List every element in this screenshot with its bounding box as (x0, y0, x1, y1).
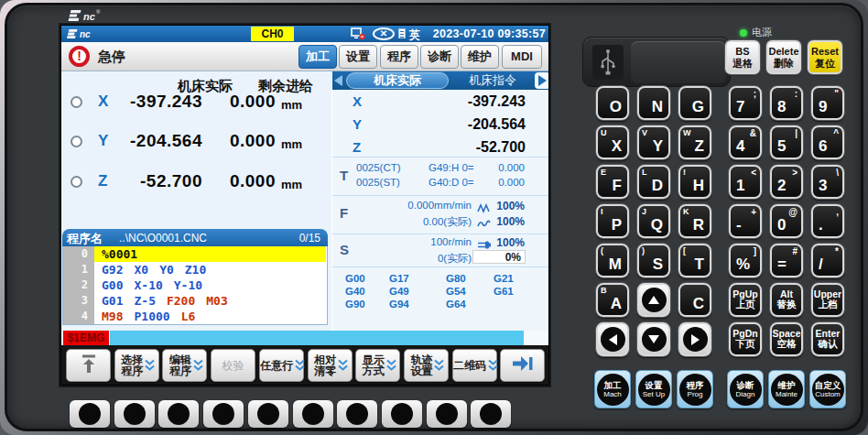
key-.[interactable]: ,. (811, 204, 844, 238)
softkey-relative-zero[interactable]: 相对清零 (308, 349, 353, 382)
key-R[interactable]: KR (678, 204, 711, 238)
key-S[interactable]: )S (637, 244, 670, 277)
program-line[interactable]: 4M98P1000L6 (63, 309, 327, 324)
close-icon[interactable]: ✕ (373, 27, 395, 40)
key-=[interactable]: #= (770, 244, 803, 277)
hard-softkey-button[interactable] (114, 400, 155, 428)
program-line[interactable]: 3G01Z-5F200M03 (63, 293, 327, 309)
key-alt[interactable]: Alt替换 (770, 283, 803, 317)
key-Z[interactable]: WZ (678, 125, 711, 159)
key-bs[interactable]: BS退格 (725, 40, 760, 74)
language-indicator[interactable]: 英 (409, 27, 420, 43)
program-lines[interactable]: 0%00011G92X0Y0Z102G00X-10Y-103G01Z-5F200… (62, 246, 328, 325)
key-D[interactable]: LD (637, 165, 670, 199)
key-label-zh: 复位 (809, 57, 841, 71)
key-5[interactable]: |5 (770, 125, 803, 159)
tab-MDI[interactable]: MDI (502, 45, 542, 69)
softkey-edit-program[interactable]: 编辑程序 (162, 349, 207, 382)
key-upper[interactable]: Upper上档 (811, 283, 844, 317)
softkey-return[interactable] (66, 349, 111, 382)
hard-softkey-button[interactable] (471, 400, 511, 428)
key-P[interactable]: IP (596, 204, 629, 238)
key-4[interactable]: &4 (729, 125, 762, 159)
key-delete[interactable]: Delete删除 (766, 40, 801, 74)
key-arrow-right[interactable] (678, 322, 711, 356)
softkey-verify[interactable]: 校验 (211, 349, 255, 382)
hard-softkey-button[interactable] (427, 400, 467, 428)
funckey-mach[interactable]: 加工Mach (594, 370, 631, 408)
key-0[interactable]: @0 (770, 204, 803, 238)
side-axis-letter: Y (353, 116, 362, 132)
funckey-mainte[interactable]: 维护Mainte (768, 370, 805, 408)
side-tab-command[interactable]: 机床指令 (451, 73, 534, 88)
tab-设置[interactable]: 设置 (339, 45, 377, 69)
usb-port[interactable] (582, 37, 731, 87)
hard-softkey-button[interactable] (293, 400, 333, 428)
key-3[interactable]: \3 (811, 165, 844, 199)
softkey-next-page[interactable] (500, 349, 545, 382)
softkey-label-line: 任意行 (260, 360, 293, 371)
hard-softkey-button[interactable] (70, 400, 110, 428)
key-M[interactable]: (M (596, 244, 629, 277)
side-tab-actual[interactable]: 机床实际 (346, 72, 449, 89)
softkey-display-mode[interactable]: 显示方式 (355, 349, 400, 382)
input-method-icon[interactable] (398, 28, 406, 38)
key-F[interactable]: EF (596, 165, 629, 199)
softkey-qrcode[interactable]: 二维码 (452, 349, 497, 382)
hard-softkey-button[interactable] (337, 400, 377, 428)
hard-softkey-button[interactable] (382, 400, 422, 428)
funckey-prog[interactable]: 程序Prog (677, 370, 713, 408)
key-Q[interactable]: JQ (637, 204, 670, 238)
key-9[interactable]: "9 (811, 86, 844, 120)
tab-维护[interactable]: 维护 (461, 45, 499, 69)
side-tab-right-icon[interactable] (535, 72, 549, 89)
key-Y[interactable]: VY (637, 125, 670, 159)
key-O[interactable]: O (596, 86, 629, 120)
key--[interactable]: +- (729, 204, 762, 238)
tab-诊断[interactable]: 诊断 (420, 45, 459, 69)
key-1[interactable]: <1 (729, 165, 762, 199)
hard-softkey-button[interactable] (248, 400, 288, 428)
funckey-diagn[interactable]: 诊断Diagn (727, 370, 764, 408)
key-pgup[interactable]: PgUp上页 (729, 283, 762, 317)
key-7[interactable]: ;7 (729, 86, 762, 120)
chevron-down-icon (338, 359, 348, 372)
hard-softkey-button[interactable] (203, 400, 244, 428)
key-6[interactable]: ^6 (811, 125, 844, 159)
key-enter[interactable]: Enter确认 (811, 322, 844, 356)
softkey-label: 任意行 (260, 360, 293, 371)
funckey-setup[interactable]: 设置Set Up (635, 370, 672, 408)
key-space[interactable]: Space空格 (770, 322, 803, 356)
program-line[interactable]: 0%0001 (63, 246, 327, 262)
softkey-trace-setting[interactable]: 轨迹设置 (404, 349, 449, 382)
key-N[interactable]: N (637, 86, 670, 120)
key-/[interactable]: */ (811, 244, 844, 277)
softkey-select-program[interactable]: 选择程序 (114, 349, 159, 382)
side-tab-left-icon[interactable] (334, 75, 342, 86)
axis-select-dot[interactable] (71, 176, 82, 188)
key-H[interactable]: !H (678, 165, 711, 199)
tab-加工[interactable]: 加工 (298, 45, 337, 69)
tab-程序[interactable]: 程序 (380, 45, 418, 69)
hard-softkey-button[interactable] (158, 400, 199, 428)
key-G[interactable]: G (678, 86, 711, 120)
program-line[interactable]: 1G92X0Y0Z10 (63, 262, 327, 277)
axis-select-dot[interactable] (71, 96, 82, 108)
softkey-label-line: 校验 (222, 360, 244, 371)
softkey-any-line[interactable]: 任意行 (259, 349, 304, 382)
program-line[interactable]: 2G00X-10Y-10 (63, 277, 327, 293)
key-8[interactable]: :8 (770, 86, 803, 120)
key-pgdn[interactable]: PgDn下页 (729, 322, 762, 356)
key-%[interactable]: ]% (729, 244, 762, 277)
key-arrow-down[interactable] (637, 322, 670, 356)
axis-select-dot[interactable] (71, 136, 82, 147)
funckey-custom[interactable]: 自定义Custom (809, 370, 846, 408)
key-T[interactable]: [T (678, 244, 711, 277)
key-A[interactable]: BA (596, 283, 629, 317)
key-arrow-up[interactable] (637, 283, 670, 317)
key-arrow-left[interactable] (596, 322, 629, 356)
key-C[interactable]: C (678, 283, 711, 317)
key-X[interactable]: UX (596, 125, 629, 159)
key-reset[interactable]: Reset复位 (808, 40, 842, 74)
key-2[interactable]: >2 (770, 165, 803, 199)
